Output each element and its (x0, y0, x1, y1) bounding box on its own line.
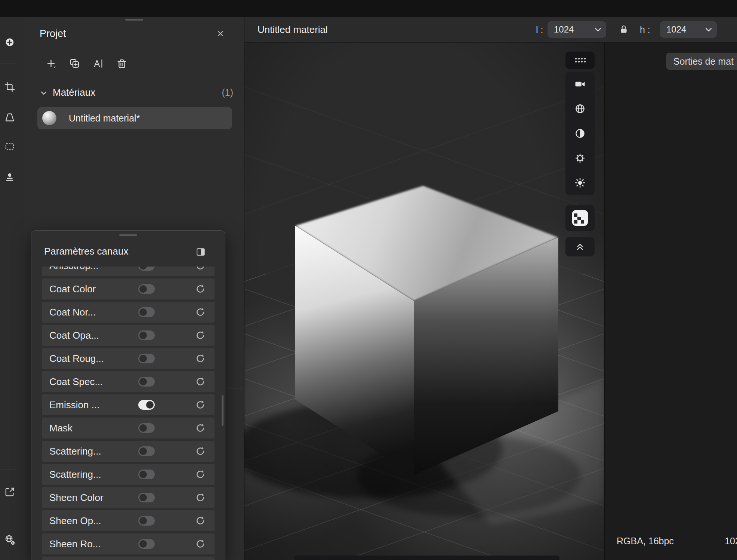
channel-refresh-icon[interactable] (195, 423, 206, 433)
channel-refresh-icon[interactable] (195, 446, 206, 456)
channel-toggle[interactable] (138, 400, 155, 410)
close-icon[interactable] (215, 28, 226, 39)
channel-refresh-icon[interactable] (195, 492, 206, 503)
panel-drag-handle[interactable] (119, 234, 137, 236)
channel-label: Mask (42, 418, 215, 439)
channel-toggle[interactable] (138, 354, 155, 363)
material-outputs-button[interactable]: Sorties de mat (666, 53, 737, 70)
perspective-icon[interactable] (3, 111, 16, 124)
toggle-knob (139, 424, 147, 432)
viewport-header: Untitled material l : 1024 h : 1024 (244, 17, 737, 43)
channel-label: Sheen Op... (42, 510, 215, 531)
panel-drag-handle[interactable] (125, 19, 143, 21)
shading-sphere-icon[interactable] (565, 121, 595, 146)
export-icon[interactable] (3, 486, 16, 498)
channel-toggle[interactable] (138, 307, 155, 317)
channel-row: Coat Opa... (42, 325, 215, 346)
crop-icon[interactable] (3, 81, 16, 93)
collapse-chevrons-icon[interactable] (565, 237, 595, 256)
channel-refresh-icon[interactable] (195, 267, 206, 271)
settings-globe-icon[interactable] (3, 533, 16, 546)
channel-row: Coat Roug... (42, 348, 215, 369)
height-value: 1024 (666, 21, 686, 38)
toggle-knob (146, 401, 154, 409)
channel-row: Sheen Op... (42, 510, 215, 531)
channel-toggle[interactable] (138, 493, 155, 502)
channel-label: Coat Nor... (42, 302, 215, 323)
channel-label: Sheen Color (42, 487, 215, 508)
add-icon[interactable] (3, 36, 16, 49)
channel-refresh-icon[interactable] (195, 353, 206, 364)
light-sun-icon[interactable] (565, 170, 595, 195)
channel-row: Anisotrop... (42, 267, 215, 276)
channel-row (42, 557, 215, 560)
split-view-icon[interactable] (196, 247, 206, 257)
left-tool-rail (0, 0, 25, 560)
marquee-icon[interactable] (3, 140, 16, 153)
app-root: Projet Matériaux (1) Untitled material* (0, 0, 737, 560)
camera-icon[interactable] (565, 72, 595, 96)
channel-refresh-icon[interactable] (195, 376, 206, 387)
materials-section-header[interactable]: Matériaux (1) (24, 85, 244, 101)
width-value: 1024 (554, 21, 574, 38)
channel-row: Sheen Ro... (42, 533, 215, 554)
channel-toggle[interactable] (138, 539, 155, 549)
environment-globe-icon[interactable] (565, 96, 595, 121)
material-thumbnail-sphere (42, 111, 56, 125)
channel-toggle[interactable] (138, 284, 155, 294)
channel-toggle[interactable] (138, 377, 155, 387)
channel-toggle[interactable] (138, 446, 155, 456)
channel-parameters-panel: Paramètres canaux Anisotrop...Coat Color… (31, 230, 225, 560)
drag-dots-icon (565, 52, 595, 69)
gear-icon[interactable] (565, 146, 595, 170)
channel-label: Coat Spec... (42, 371, 215, 392)
texture-view-icon[interactable] (565, 205, 595, 231)
width-label: l : (536, 17, 543, 42)
channel-toggle[interactable] (138, 516, 155, 526)
viewport-bottom-bar[interactable] (294, 556, 559, 560)
top-strip (0, 0, 737, 17)
channel-row: Coat Nor... (42, 302, 215, 323)
channel-list-scrollbar[interactable] (222, 395, 223, 426)
material-name: Untitled material* (69, 113, 140, 124)
height-label: h : (640, 17, 650, 42)
channel-row: Scattering... (42, 441, 215, 462)
toggle-knob (139, 267, 147, 270)
rename-icon[interactable] (92, 57, 105, 70)
rail-divider (0, 64, 16, 64)
channel-row: Mask (42, 418, 215, 439)
toggle-knob (139, 308, 147, 316)
channel-refresh-icon[interactable] (195, 400, 206, 410)
channel-refresh-icon[interactable] (195, 284, 206, 294)
add-material-icon[interactable] (45, 57, 58, 70)
stamp-icon[interactable] (3, 171, 16, 184)
channel-label: Coat Roug... (42, 348, 215, 369)
channel-toggle[interactable] (138, 330, 155, 340)
channel-toggle[interactable] (138, 423, 155, 433)
lock-icon[interactable] (619, 25, 629, 34)
channel-row: Coat Spec... (42, 371, 215, 392)
toggle-knob (139, 378, 147, 385)
viewport-3d[interactable] (244, 42, 604, 560)
channel-refresh-icon[interactable] (195, 330, 206, 341)
width-dropdown[interactable]: 1024 (548, 21, 606, 38)
channel-refresh-icon[interactable] (195, 539, 206, 549)
height-dropdown[interactable]: 1024 (660, 21, 717, 38)
toggle-knob (139, 471, 147, 478)
format-label: RGBA, 16bpc (617, 536, 674, 547)
viewport-toolbar-handle[interactable] (565, 52, 595, 69)
material-list-item[interactable]: Untitled material* (37, 107, 232, 129)
texture-view-section (565, 205, 595, 231)
channel-label: Emission ... (42, 394, 215, 415)
trash-icon[interactable] (115, 57, 128, 70)
channel-refresh-icon[interactable] (195, 516, 206, 526)
viewport-title: Untitled material (258, 17, 328, 42)
toggle-knob (139, 355, 147, 362)
channel-toggle[interactable] (138, 470, 155, 479)
channel-label: Sheen Ro... (42, 533, 215, 554)
channel-refresh-icon[interactable] (195, 307, 206, 317)
duplicate-icon[interactable] (68, 57, 81, 70)
viewport-canvas[interactable] (244, 42, 604, 560)
channel-refresh-icon[interactable] (195, 469, 206, 480)
materials-section-label: Matériaux (53, 87, 95, 98)
